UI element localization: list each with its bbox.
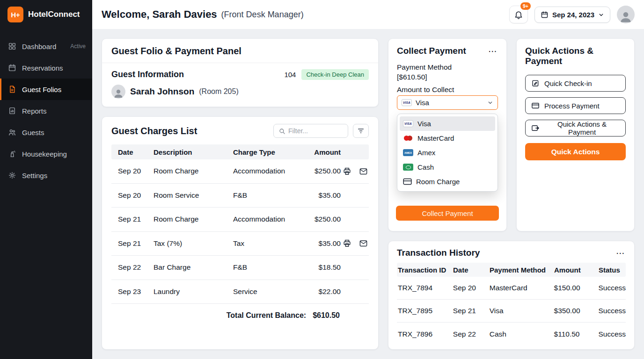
payment-method-dropdown: VISA Visa MasterCard AMEX Amex [397, 114, 498, 192]
collect-payment-button[interactable]: Collect Payment [396, 206, 499, 221]
dropdown-option-cash[interactable]: Cash [400, 160, 495, 174]
transaction-method: Visa [490, 307, 554, 315]
app-name: HotelConnect [28, 10, 80, 19]
charge-date: Sep 21 [111, 215, 154, 223]
option-label: Amex [417, 149, 435, 157]
user-role: (Front Desk Manager) [221, 10, 304, 20]
sidebar-item-guests[interactable]: Guests [0, 122, 92, 143]
table-row: TRX_7894 Sep 20 MasterCard $150.00 Succe… [397, 277, 626, 300]
col-payment-method: Payment Method [490, 266, 554, 274]
guest-folio-panel: Guest Folio & Payment Panel Guest Inform… [102, 38, 379, 107]
sidebar-item-reservations[interactable]: Reservations [0, 57, 92, 79]
guest-charges-card: Guest Charges List Date Description [102, 116, 379, 350]
folio-icon [8, 85, 16, 93]
transaction-date: Sep 21 [453, 307, 490, 315]
table-row: Sep 20 Room Charge Accommodation $250.00 [111, 159, 369, 184]
sidebar-item-guest-folios[interactable]: Guest Folios [0, 79, 92, 100]
charge-description: Room Charge [154, 215, 233, 223]
option-label: MasterCard [417, 134, 454, 142]
filter-input[interactable] [288, 127, 343, 135]
charge-amount: $250.00 [308, 167, 341, 175]
charge-amount: $35.00 [308, 191, 341, 200]
users-icon [8, 128, 16, 136]
charge-description: Room Charge [154, 167, 233, 175]
charge-amount: $250.00 [308, 215, 341, 223]
charge-amount: $35.00 [308, 239, 341, 248]
visa-icon: VISA [403, 120, 413, 127]
charge-amount: $18.50 [308, 263, 341, 272]
charges-title: Guest Charges List [111, 126, 197, 136]
sidebar-item-label: Settings [22, 172, 47, 180]
col-date: Date [453, 266, 490, 274]
dropdown-option-amex[interactable]: AMEX Amex [400, 145, 495, 160]
filter-button[interactable] [353, 124, 369, 138]
guest-avatar [111, 85, 125, 99]
profile-avatar[interactable] [617, 6, 635, 23]
notifications-button[interactable]: 9+ [509, 6, 528, 23]
cash-icon [403, 164, 413, 171]
credit-card-icon [403, 178, 412, 185]
dropdown-option-room-charge[interactable]: Room Charge [400, 174, 495, 189]
transaction-method: Cash [490, 330, 554, 338]
sidebar-item-settings[interactable]: Settings [0, 165, 92, 186]
total-label: Total Current Balance: [227, 311, 306, 320]
charge-type: Service [233, 287, 308, 296]
guest-room: (Room 205) [199, 87, 238, 96]
bell-icon [514, 10, 523, 19]
col-description: Description [154, 148, 233, 156]
col-amount: Amount [308, 148, 341, 156]
card-arrow-icon [531, 124, 540, 132]
sidebar-item-label: Dashboard [22, 43, 56, 50]
sidebar-item-reports[interactable]: Reports [0, 100, 92, 122]
selected-method: Visa [416, 99, 429, 107]
option-label: Cash [417, 163, 434, 171]
transaction-status: Success [598, 284, 626, 292]
quick-actions-payment-button[interactable]: Quick Actions & Payment [525, 120, 626, 136]
table-row: TRX_7895 Sep 21 Visa $350.00 Success [397, 300, 626, 323]
charge-type: F&B [233, 191, 308, 200]
transaction-id: TRX_7895 [397, 307, 453, 315]
more-menu-button[interactable]: ⋯ [616, 249, 626, 258]
brand: H+ HotelConnect [0, 0, 92, 33]
email-icon[interactable] [359, 239, 368, 248]
amount-display: [$610.50] [397, 73, 498, 81]
dropdown-option-visa[interactable]: VISA Visa [400, 116, 495, 131]
print-icon[interactable] [343, 167, 351, 176]
process-payment-button[interactable]: Process Payment [525, 97, 626, 114]
button-label: Process Payment [544, 102, 600, 110]
chevron-down-icon [487, 100, 493, 106]
sidebar-item-dashboard[interactable]: Dashboard Active [0, 36, 92, 57]
more-menu-button[interactable]: ⋯ [488, 47, 498, 56]
transaction-id: TRX_7894 [397, 284, 453, 292]
quick-actions-primary-button[interactable]: Quick Actions [525, 143, 626, 160]
date-picker[interactable]: Sep 24, 2023 [534, 7, 610, 23]
dropdown-option-mastercard[interactable]: MasterCard [400, 131, 495, 145]
chevron-down-icon [598, 12, 604, 18]
right-column: Collect Payment ⋯ Payment Method [$610.5… [388, 38, 635, 350]
housekeeping-icon [8, 150, 16, 158]
app-logo: H+ [7, 7, 23, 22]
button-label: Quick Actions & Payment [544, 120, 620, 136]
charge-description: Room Service [154, 191, 233, 200]
col-type: Charge Type [233, 148, 308, 156]
panel-header: Guest Folio & Payment Panel [102, 39, 378, 63]
table-row: Sep 21 Tax (7%) Tax $35.00 [111, 232, 369, 256]
payment-method-select[interactable]: VISA Visa [397, 95, 498, 110]
option-label: Visa [417, 120, 431, 128]
print-icon[interactable] [343, 239, 351, 248]
page-title: Welcome, Sarah Davies (Front Desk Manage… [102, 8, 304, 21]
quick-checkin-button[interactable]: Quick Check-in [525, 75, 626, 92]
mastercard-icon [403, 135, 413, 142]
charge-date: Sep 20 [111, 191, 154, 200]
room-code: 104 [284, 71, 296, 79]
email-icon[interactable] [359, 167, 368, 176]
sidebar-item-housekeeping[interactable]: Housekeeping [0, 143, 92, 165]
content: Guest Folio & Payment Panel Guest Inform… [92, 29, 644, 359]
amex-icon: AMEX [403, 149, 413, 156]
notification-badge: 9+ [520, 2, 531, 10]
top-bar-actions: 9+ Sep 24, 2023 [509, 6, 635, 23]
table-row: Sep 22 Bar Charge F&B $18.50 [111, 256, 369, 280]
gear-icon [8, 171, 16, 180]
total-value: $610.50 [313, 311, 340, 320]
amount-to-collect-label: Amount to Collect [397, 86, 498, 94]
